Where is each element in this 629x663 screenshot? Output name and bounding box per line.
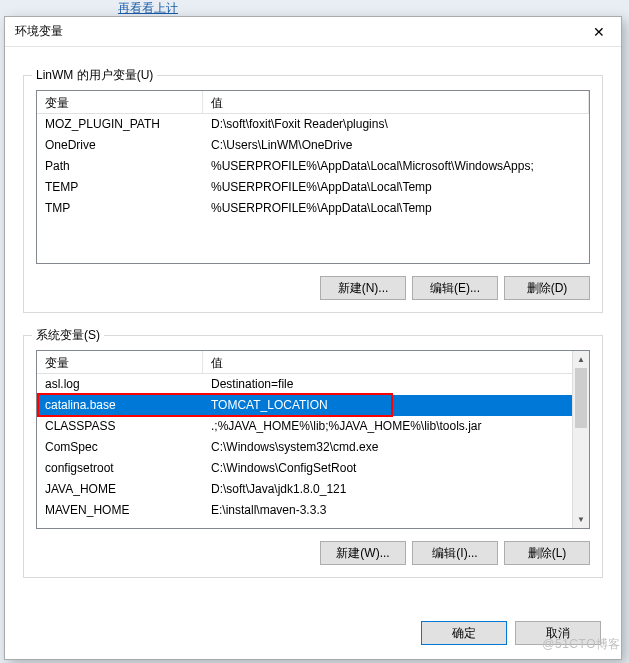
table-row[interactable]: MAVEN_HOMEE:\install\maven-3.3.3 [37, 500, 572, 521]
user-vars-label: LinWM 的用户变量(U) [32, 67, 157, 84]
dialog-title: 环境变量 [15, 23, 63, 40]
titlebar: 环境变量 ✕ [5, 17, 621, 47]
cell-value: %USERPROFILE%\AppData\Local\Temp [203, 198, 589, 219]
table-row[interactable]: MOZ_PLUGIN_PATHD:\soft\foxit\Foxit Reade… [37, 114, 589, 135]
system-new-button[interactable]: 新建(W)... [320, 541, 406, 565]
table-row[interactable]: configsetrootC:\Windows\ConfigSetRoot [37, 458, 572, 479]
cell-variable: catalina.base [37, 395, 203, 416]
cell-value: C:\Users\LinWM\OneDrive [203, 135, 589, 156]
table-row[interactable]: ComSpecC:\Windows\system32\cmd.exe [37, 437, 572, 458]
cell-variable: OneDrive [37, 135, 203, 156]
close-icon: ✕ [593, 24, 605, 40]
cell-value: %USERPROFILE%\AppData\Local\Microsoft\Wi… [203, 156, 589, 177]
cell-variable: ComSpec [37, 437, 203, 458]
scroll-thumb[interactable] [575, 368, 587, 428]
cell-variable: configsetroot [37, 458, 203, 479]
table-row[interactable]: CLASSPASS.;%JAVA_HOME%\lib;%JAVA_HOME%\l… [37, 416, 572, 437]
cell-variable: asl.log [37, 374, 203, 395]
user-new-button[interactable]: 新建(N)... [320, 276, 406, 300]
cell-variable: MOZ_PLUGIN_PATH [37, 114, 203, 135]
cell-variable: TMP [37, 198, 203, 219]
cell-value: TOMCAT_LOCATION [203, 395, 572, 416]
table-row[interactable]: JAVA_HOMED:\soft\Java\jdk1.8.0_121 [37, 479, 572, 500]
scroll-down-button[interactable]: ▼ [573, 511, 589, 528]
table-row[interactable]: catalina.baseTOMCAT_LOCATION [37, 395, 572, 416]
system-vars-label: 系统变量(S) [32, 327, 104, 344]
ok-button[interactable]: 确定 [421, 621, 507, 645]
cell-variable: CLASSPASS [37, 416, 203, 437]
table-row[interactable]: TMP%USERPROFILE%\AppData\Local\Temp [37, 198, 589, 219]
cell-value: Destination=file [203, 374, 572, 395]
table-row[interactable]: asl.logDestination=file [37, 374, 572, 395]
cell-variable: TEMP [37, 177, 203, 198]
table-row[interactable]: TEMP%USERPROFILE%\AppData\Local\Temp [37, 177, 589, 198]
col-value[interactable]: 值 [203, 91, 589, 113]
list-header: 变量 值 [37, 351, 589, 374]
col-value[interactable]: 值 [203, 351, 589, 373]
cell-value: .;%JAVA_HOME%\lib;%JAVA_HOME%\lib\tools.… [203, 416, 572, 437]
list-header: 变量 值 [37, 91, 589, 114]
user-edit-button[interactable]: 编辑(E)... [412, 276, 498, 300]
close-button[interactable]: ✕ [576, 17, 621, 46]
cell-variable: Path [37, 156, 203, 177]
table-row[interactable]: OneDriveC:\Users\LinWM\OneDrive [37, 135, 589, 156]
scrollbar[interactable]: ▲ ▼ [572, 351, 589, 528]
cancel-button[interactable]: 取消 [515, 621, 601, 645]
background-text: 再看看上计 [118, 0, 178, 16]
cell-value: E:\install\maven-3.3.3 [203, 500, 572, 521]
cell-value: C:\Windows\system32\cmd.exe [203, 437, 572, 458]
system-edit-button[interactable]: 编辑(I)... [412, 541, 498, 565]
cell-variable: MAVEN_HOME [37, 500, 203, 521]
user-delete-button[interactable]: 删除(D) [504, 276, 590, 300]
system-delete-button[interactable]: 删除(L) [504, 541, 590, 565]
cell-value: D:\soft\foxit\Foxit Reader\plugins\ [203, 114, 589, 135]
col-variable[interactable]: 变量 [37, 91, 203, 113]
table-row[interactable]: Path%USERPROFILE%\AppData\Local\Microsof… [37, 156, 589, 177]
col-variable[interactable]: 变量 [37, 351, 203, 373]
scroll-track[interactable] [573, 368, 589, 511]
user-vars-list[interactable]: 变量 值 MOZ_PLUGIN_PATHD:\soft\foxit\Foxit … [36, 90, 590, 264]
cell-value: D:\soft\Java\jdk1.8.0_121 [203, 479, 572, 500]
env-vars-dialog: 环境变量 ✕ LinWM 的用户变量(U) 变量 值 MOZ_PLUGIN_PA… [4, 16, 622, 660]
cell-value: %USERPROFILE%\AppData\Local\Temp [203, 177, 589, 198]
scroll-up-button[interactable]: ▲ [573, 351, 589, 368]
cell-variable: JAVA_HOME [37, 479, 203, 500]
system-vars-group: 系统变量(S) 变量 值 asl.logDestination=filecata… [23, 335, 603, 578]
cell-value: C:\Windows\ConfigSetRoot [203, 458, 572, 479]
system-vars-list[interactable]: 变量 值 asl.logDestination=filecatalina.bas… [36, 350, 590, 529]
user-vars-group: LinWM 的用户变量(U) 变量 值 MOZ_PLUGIN_PATHD:\so… [23, 75, 603, 313]
